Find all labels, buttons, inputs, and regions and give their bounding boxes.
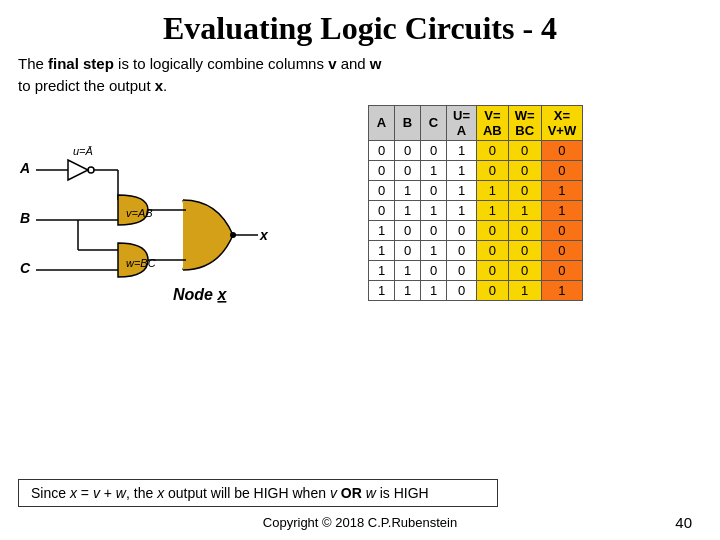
table-cell: 1 [476,180,508,200]
table-cell: 0 [395,220,421,240]
table-cell: 0 [476,220,508,240]
svg-text:x: x [259,227,269,243]
page: Evaluating Logic Circuits - 4 The final … [0,0,720,540]
table-cell: 1 [508,200,541,220]
page-title: Evaluating Logic Circuits - 4 [18,10,702,47]
bottom-note: Since x = v + w, the x output will be HI… [18,479,498,507]
table-cell: 1 [447,180,477,200]
table-cell: 0 [421,220,447,240]
table-cell: 1 [541,200,583,220]
table-cell: 1 [395,260,421,280]
truth-table: ABCU=AV=ABW=BCX=V+W000100000110000101101… [368,105,583,301]
table-cell: 0 [447,280,477,300]
table-cell: 0 [421,180,447,200]
svg-text:A: A [19,160,30,176]
table-cell: 1 [421,160,447,180]
table-cell: 0 [395,160,421,180]
svg-text:Node x: Node x [173,286,227,303]
table-cell: 1 [541,280,583,300]
table-cell: 0 [476,160,508,180]
table-cell: 0 [508,220,541,240]
svg-text:C: C [20,260,31,276]
table-cell: 1 [508,280,541,300]
table-cell: 0 [508,180,541,200]
table-cell: 0 [541,140,583,160]
table-cell: 0 [447,220,477,240]
table-cell: 0 [508,160,541,180]
svg-text:w=BC: w=BC [126,257,156,269]
table-cell: 1 [421,240,447,260]
main-content: A B C u=Ā v= [18,105,702,470]
table-cell: 0 [476,260,508,280]
table-cell: 0 [369,160,395,180]
table-cell: 0 [369,200,395,220]
footer-copyright: Copyright © 2018 C.P.Rubenstein [263,515,457,530]
table-cell: 1 [447,160,477,180]
table-cell: 0 [395,140,421,160]
table-cell: 0 [541,220,583,240]
table-cell: 0 [508,240,541,260]
table-cell: 0 [541,160,583,180]
table-cell: 1 [395,180,421,200]
table-cell: 1 [541,180,583,200]
table-cell: 1 [395,200,421,220]
svg-point-19 [230,232,236,238]
footer: Copyright © 2018 C.P.Rubenstein 40 [18,515,702,530]
table-cell: 1 [476,200,508,220]
table-cell: 0 [476,240,508,260]
table-cell: 0 [541,240,583,260]
table-cell: 0 [447,260,477,280]
table-cell: 1 [421,280,447,300]
description: The final step is to logically combine c… [18,53,398,97]
table-cell: 0 [369,140,395,160]
svg-text:u=Ā: u=Ā [73,145,93,157]
table-cell: 0 [476,140,508,160]
footer-page: 40 [675,514,692,531]
table-cell: 1 [447,200,477,220]
table-cell: 1 [395,280,421,300]
svg-text:B: B [20,210,30,226]
circuit-diagram: A B C u=Ā v= [18,105,358,325]
table-cell: 1 [369,280,395,300]
table-cell: 0 [421,140,447,160]
svg-text:v=AB: v=AB [126,207,153,219]
svg-marker-4 [68,160,88,180]
table-cell: 1 [447,140,477,160]
table-cell: 0 [476,280,508,300]
table-cell: 1 [369,240,395,260]
table-cell: 0 [508,260,541,280]
truth-table-container: ABCU=AV=ABW=BCX=V+W000100000110000101101… [368,105,583,301]
table-cell: 0 [395,240,421,260]
table-cell: 0 [369,180,395,200]
circuit-area: A B C u=Ā v= [18,105,358,329]
table-cell: 1 [421,200,447,220]
table-cell: 1 [369,220,395,240]
table-cell: 0 [447,240,477,260]
table-cell: 0 [421,260,447,280]
table-cell: 0 [508,140,541,160]
table-cell: 0 [541,260,583,280]
table-cell: 1 [369,260,395,280]
